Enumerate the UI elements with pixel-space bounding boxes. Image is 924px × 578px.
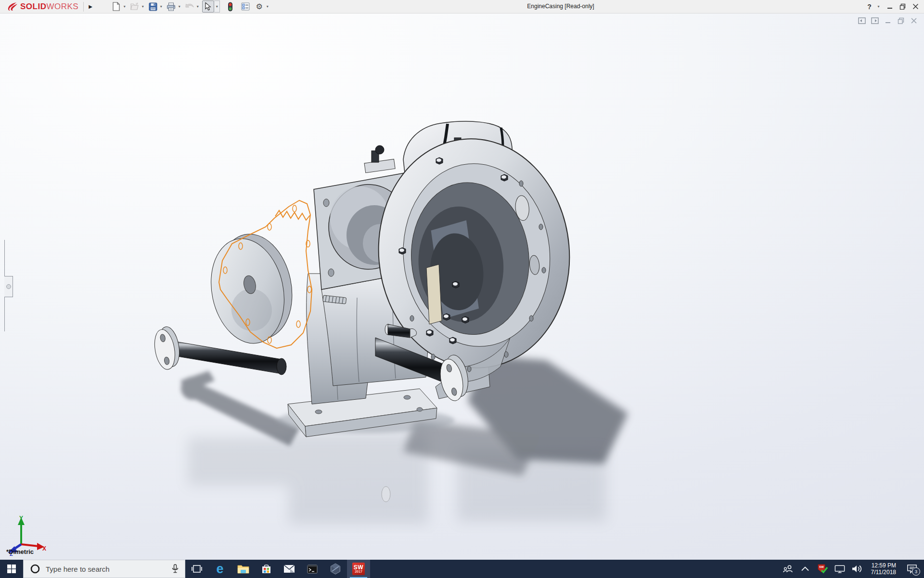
engine-casing-model[interactable] (0, 13, 924, 560)
store-button[interactable] (255, 560, 278, 578)
edge-button[interactable]: e (208, 560, 231, 578)
taskbar-spacer (370, 560, 783, 578)
svg-text:SW: SW (819, 565, 824, 568)
open-caret[interactable]: ▾ (140, 1, 145, 12)
gear-icon: ⚙ (256, 3, 263, 11)
separator (83, 2, 84, 12)
hexagon-app-button[interactable] (324, 560, 347, 578)
volume-icon[interactable] (852, 560, 862, 578)
quick-access-toolbar: ▾ ▾ ▾ (111, 0, 272, 13)
select-tool-caret[interactable]: ▾ (214, 0, 220, 13)
pane-toggle-right-icon (871, 17, 879, 24)
system-tray: SW 12:59 PM 7/11/2018 (783, 560, 924, 578)
graphics-viewport[interactable]: Y X Z *Dimetric (0, 13, 924, 560)
windows-taskbar: e (0, 560, 924, 578)
save-caret[interactable]: ▾ (158, 1, 164, 12)
solidworks-app: { "titlebar": { "brand": {"bold": "SOLID… (0, 0, 924, 578)
edge-icon: e (216, 563, 223, 576)
clock-date: 7/11/2018 (871, 569, 897, 576)
taskbar-apps: e (185, 560, 370, 578)
display-network-icon[interactable] (834, 560, 845, 578)
solidworks-status-icon[interactable]: SW (817, 560, 828, 578)
collapsed-panel-edge (0, 240, 5, 331)
doc-close-button[interactable] (910, 16, 918, 25)
print-caret[interactable]: ▾ (177, 1, 182, 12)
open-icon (130, 2, 140, 11)
solidworks-app-button[interactable]: SW 2017 (347, 560, 370, 578)
close-icon (912, 3, 919, 10)
bearing-plate (426, 264, 442, 324)
save-button[interactable] (147, 1, 158, 12)
properties-list-icon (241, 2, 250, 11)
doc-minimize-icon (885, 18, 891, 24)
help-caret[interactable]: ▾ (876, 1, 881, 12)
doc-close-icon (911, 17, 917, 24)
undo-button[interactable] (184, 1, 195, 12)
taskbar-search[interactable] (23, 560, 185, 578)
task-view-icon (192, 564, 202, 574)
triad-x-label: X (42, 545, 46, 552)
select-cursor-icon (205, 2, 211, 11)
store-icon (261, 564, 271, 574)
search-input[interactable] (45, 565, 168, 574)
pane-toggle-right-button[interactable] (871, 16, 879, 25)
windows-logo-icon (7, 565, 16, 573)
titlebar: SOLIDWORKS ▶ ▾ ▾ (0, 0, 924, 13)
action-center-button[interactable]: 3 (905, 560, 919, 578)
mail-icon (283, 565, 295, 573)
window-title: EngineCasing [Read-only] (498, 0, 623, 13)
toolbar-expand-button[interactable]: ▶ (87, 1, 94, 12)
doc-restore-button[interactable] (897, 16, 905, 25)
window-controls: ? ▾ (863, 0, 924, 13)
help-icon: ? (867, 3, 872, 11)
print-button[interactable] (166, 1, 177, 12)
notification-badge: 3 (912, 567, 920, 576)
microphone-icon[interactable] (171, 564, 179, 574)
close-button[interactable] (909, 0, 922, 13)
floor-shadow (180, 355, 628, 524)
options-button[interactable]: ⚙ (254, 1, 265, 12)
cover-disc[interactable] (201, 227, 302, 351)
doc-minimize-button[interactable] (884, 16, 892, 25)
clock[interactable]: 12:59 PM 7/11/2018 (869, 562, 898, 576)
chevron-up-icon[interactable] (800, 560, 810, 578)
document-window-controls (858, 16, 918, 25)
mail-button[interactable] (278, 560, 301, 578)
select-tool-button[interactable] (202, 0, 214, 13)
splitter-dot-icon (6, 284, 11, 289)
options-caret[interactable]: ▾ (265, 1, 270, 12)
help-button[interactable]: ? (863, 0, 876, 13)
cortana-icon (30, 564, 40, 574)
doc-restore-icon (898, 17, 904, 24)
undo-icon (185, 3, 194, 11)
pane-toggle-left-icon (858, 17, 866, 24)
solidworks-taskbar-icon: SW 2017 (352, 563, 365, 575)
minimize-icon (887, 4, 893, 10)
restore-button[interactable] (896, 0, 909, 13)
solidworks-wordmark: SOLIDWORKS (20, 2, 78, 12)
view-orientation-label: *Dimetric (6, 548, 34, 555)
print-icon (167, 2, 176, 11)
open-button[interactable] (129, 1, 140, 12)
save-icon (149, 2, 157, 11)
minimize-button[interactable] (883, 0, 896, 13)
start-button[interactable] (0, 560, 23, 578)
file-explorer-icon (237, 564, 249, 574)
panel-splitter-handle[interactable] (4, 276, 13, 297)
file-explorer-button[interactable] (231, 560, 255, 578)
command-prompt-icon (307, 565, 318, 574)
properties-button[interactable] (240, 1, 251, 12)
view-indicator-button[interactable] (225, 1, 236, 12)
new-document-caret[interactable]: ▾ (122, 1, 127, 12)
undo-caret[interactable]: ▾ (195, 1, 200, 12)
command-prompt-button[interactable] (301, 560, 324, 578)
solidworks-logo-icon (7, 2, 18, 12)
task-view-button[interactable] (185, 560, 208, 578)
pane-toggle-left-button[interactable] (858, 16, 866, 25)
people-icon[interactable] (783, 560, 793, 578)
traffic-light-icon (228, 2, 233, 12)
new-document-icon (112, 2, 120, 11)
triad-y-label: Y (19, 515, 23, 522)
new-document-button[interactable] (111, 1, 122, 12)
clock-time: 12:59 PM (871, 562, 897, 569)
